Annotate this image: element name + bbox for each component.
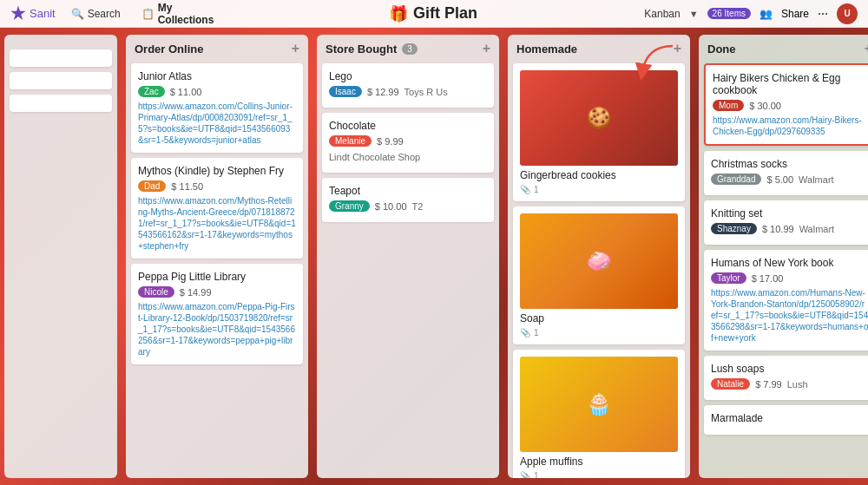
price-junior-atlas: $ 11.00 (170, 87, 202, 97)
img-placeholder-gingerbread: 🍪 (520, 70, 678, 166)
search-nav-item[interactable]: 🔍 Search (66, 4, 126, 23)
store-lego: Toys R Us (404, 87, 448, 97)
card-junior-atlas[interactable]: Junior Atlas Zac $ 11.00 https://www.ama… (131, 63, 303, 153)
col-add-order-online[interactable]: + (292, 42, 299, 56)
img-placeholder-soap: 🧼 (520, 213, 678, 309)
board-area: Order Online + Junior Atlas Zac $ 11.00 … (0, 28, 868, 485)
tag-melanie: Melanie (329, 135, 372, 147)
card-gingerbread[interactable]: 🍪 Gingerbread cookies 📎 1 (513, 63, 685, 201)
card-title-lego: Lego (329, 70, 487, 82)
avatar[interactable]: U (837, 3, 858, 24)
card-partial-3[interactable] (10, 95, 112, 112)
col-cards-homemade: 🍪 Gingerbread cookies 📎 1 🧼 Soap 📎 1 (508, 60, 690, 478)
gift-icon: 🎁 (389, 4, 408, 23)
col-title-done: Done (707, 43, 736, 56)
card-meta-mythos: Dad $ 11.50 (138, 180, 296, 192)
card-meta-humans-ny: Taylor $ 17.00 (711, 272, 868, 284)
card-meta-junior-atlas: Zac $ 11.00 (138, 86, 296, 97)
card-meta-lego: Isaac $ 12.99 Toys R Us (329, 86, 487, 97)
card-title-knitting-set: Knitting set (711, 207, 868, 220)
link-hairy-bikers[interactable]: https://www.amazon.com/Hairy-Bikers-Chic… (713, 115, 867, 137)
price-hairy-bikers: $ 30.00 (749, 101, 781, 111)
price-peppa-pig: $ 14.99 (180, 287, 212, 298)
card-meta-knitting-set: Shaznay $ 10.99 Walmart (711, 223, 868, 234)
col-cards-store: Lego Isaac $ 12.99 Toys R Us Chocolate M… (317, 60, 499, 478)
card-peppa-pig[interactable]: Peppa Pig Little Library Nicole $ 14.99 … (131, 264, 303, 364)
card-title-junior-atlas: Junior Atlas (138, 70, 296, 82)
col-header-store-bought: Store Bought 3 + (317, 35, 499, 60)
collections-nav-item[interactable]: 📋 My Collections (136, 0, 222, 29)
col-title-order-online: Order Online (135, 43, 203, 56)
col-add-homemade[interactable]: + (674, 42, 681, 56)
store-teapot: T2 (412, 201, 424, 212)
price-humans-ny: $ 17.00 (752, 273, 784, 284)
img-placeholder-muffins: 🧁 (520, 357, 678, 452)
store-knitting-set: Walmart (799, 224, 835, 234)
card-meta-chocolate: Melanie $ 9.99 Lindt Chocolate Shop (329, 135, 487, 162)
price-lego: $ 12.99 (367, 87, 399, 97)
card-christmas-socks[interactable]: Christmas socks Granddad $ 5.00 Walmart (704, 151, 868, 195)
card-lego[interactable]: Lego Isaac $ 12.99 Toys R Us (322, 63, 494, 108)
col-header-left-done: Done (707, 43, 736, 56)
card-title-chocolate: Chocolate (329, 120, 487, 132)
card-lush-soaps[interactable]: Lush soaps Natalie $ 7.99 Lush (704, 356, 868, 400)
col-header-left-store: Store Bought 3 (326, 43, 418, 56)
card-title-christmas-socks: Christmas socks (711, 158, 868, 170)
tag-dad: Dad (138, 180, 166, 192)
card-muffins[interactable]: 🧁 Apple muffins 📎 1 (513, 350, 685, 478)
card-meta-hairy-bikers: Mom $ 30.00 (713, 100, 867, 111)
store-chocolate: Lindt Chocolate Shop (329, 152, 420, 162)
logo-icon (10, 6, 26, 22)
card-teapot[interactable]: Teapot Granny $ 10.00 T2 (322, 178, 494, 222)
col-cards-order-online: Junior Atlas Zac $ 11.00 https://www.ama… (126, 60, 308, 478)
card-mythos[interactable]: Mythos (Kindle) by Stephen Fry Dad $ 11.… (131, 158, 303, 259)
card-hairy-bikers[interactable]: Hairy Bikers Chicken & Egg cookbook Mom … (704, 63, 868, 146)
price-christmas-socks: $ 5.00 (766, 174, 793, 185)
card-partial-2[interactable] (10, 72, 112, 89)
column-order-online: Order Online + Junior Atlas Zac $ 11.00 … (126, 35, 308, 478)
price-knitting-set: $ 10.99 (762, 224, 794, 234)
card-image-muffins: 🧁 (520, 357, 678, 452)
link-junior-atlas[interactable]: https://www.amazon.com/Collins-Junior-Pr… (138, 101, 296, 146)
card-title-marmalade: Marmalade (711, 412, 868, 424)
card-meta-peppa-pig: Nicole $ 14.99 (138, 286, 296, 298)
col-add-store[interactable]: + (483, 42, 490, 56)
link-humans-ny[interactable]: https://www.amazon.com/Humans-New-York-B… (711, 287, 868, 344)
tag-shaznay: Shaznay (711, 223, 757, 234)
card-soap[interactable]: 🧼 Soap 📎 1 (513, 206, 685, 344)
card-knitting-set[interactable]: Knitting set Shaznay $ 10.99 Walmart (704, 200, 868, 245)
card-marmalade[interactable]: Marmalade (704, 405, 868, 435)
col-title-store-bought: Store Bought (326, 43, 397, 56)
card-title-gingerbread: Gingerbread cookies (520, 169, 678, 181)
app-name: Sanit (30, 7, 56, 20)
share-icon[interactable]: 👥 (760, 8, 773, 20)
col-header-done: Done + (699, 35, 868, 60)
tag-isaac: Isaac (329, 86, 362, 97)
kanban-label[interactable]: Kanban (644, 8, 680, 20)
tag-zac: Zac (138, 86, 165, 97)
card-chocolate[interactable]: Chocolate Melanie $ 9.99 Lindt Chocolate… (322, 113, 494, 173)
card-meta-christmas-socks: Granddad $ 5.00 Walmart (711, 174, 868, 185)
link-peppa-pig[interactable]: https://www.amazon.com/Peppa-Pig-First-L… (138, 301, 296, 357)
card-partial-1[interactable] (10, 49, 112, 67)
link-mythos[interactable]: https://www.amazon.com/Mythos-Retelling-… (138, 195, 296, 252)
card-humans-ny[interactable]: Humans of New York book Taylor $ 17.00 h… (704, 250, 868, 351)
more-icon: ⋯ (818, 8, 828, 20)
collections-label: My Collections (158, 2, 217, 26)
store-lush-soaps: Lush (787, 379, 808, 390)
nav-left: Sanit 🔍 Search 📋 My Collections (10, 0, 221, 29)
card-image-gingerbread: 🍪 (520, 70, 678, 166)
col-add-done[interactable]: + (865, 42, 868, 56)
attach-icon-muffins: 📎 (520, 471, 530, 478)
column-partial-left (4, 35, 117, 478)
app-logo[interactable]: Sanit (10, 6, 56, 22)
card-image-soap: 🧼 (520, 213, 678, 309)
tag-granddad: Granddad (711, 174, 761, 185)
tag-taylor: Taylor (711, 272, 746, 284)
board-title: Gift Plan (413, 4, 477, 23)
column-homemade: Homemade + 🍪 Gingerbread cookies 📎 1 🧼 (508, 35, 690, 478)
price-chocolate: $ 9.99 (377, 136, 404, 147)
price-mythos: $ 11.50 (171, 181, 203, 192)
nav-right: Kanban ▼ 26 Items 👥 Share ⋯ U (644, 3, 858, 24)
share-label[interactable]: Share (781, 8, 809, 20)
